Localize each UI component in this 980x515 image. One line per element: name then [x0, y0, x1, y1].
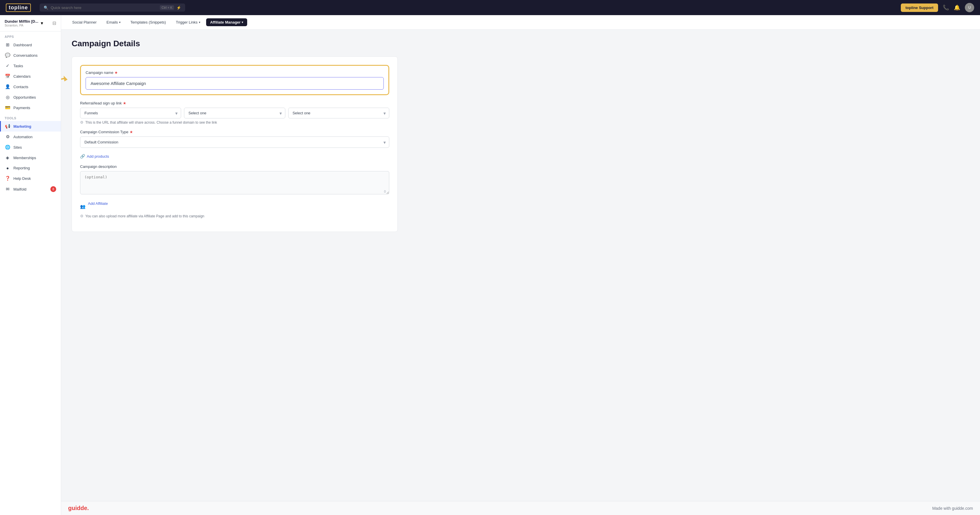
sidebar-item-label: Opportunities [13, 95, 36, 100]
referral-helper-text: ⚙ This is the URL that affiliate will sh… [80, 120, 389, 125]
subnav-emails[interactable]: Emails ▾ [102, 18, 125, 26]
sidebar-item-label: Mailfold [13, 187, 27, 192]
workspace-location: Scranton, PA [5, 24, 38, 27]
sidebar-item-automation[interactable]: ⚙ Automation [0, 132, 61, 142]
campaign-name-label: Campaign name ★ [86, 70, 384, 75]
info-icon: ⚙ [80, 120, 84, 125]
sidebar-item-contacts[interactable]: 👤 Contacts [0, 81, 61, 92]
memberships-icon: ◈ [5, 155, 11, 160]
select-one-2[interactable]: Select one [288, 108, 389, 119]
sidebar-item-label: Tasks [13, 64, 23, 68]
sidebar-item-conversations[interactable]: 💬 Conversations [0, 50, 61, 60]
subnav-affiliate-manager[interactable]: Affiliate Manager ▾ [206, 18, 248, 26]
footer-bar: guidde. Made with guidde.com [61, 501, 980, 515]
sidebar-item-opportunities[interactable]: ◎ Opportunities [0, 92, 61, 102]
referral-selects-row: Funnels Select one Select one [80, 108, 389, 119]
funnel-select-wrapper: Funnels [80, 108, 181, 119]
opportunities-icon: ◎ [5, 95, 11, 100]
contacts-icon: 👤 [5, 84, 11, 89]
workspace-chevron-icon[interactable]: ▾ [41, 21, 43, 26]
search-icon: 🔍 [44, 6, 48, 10]
sidebar-item-label: Reporting [13, 166, 30, 170]
search-bar[interactable]: 🔍 Ctrl + K ⚡ [40, 3, 185, 12]
sidebar-item-memberships[interactable]: ◈ Memberships [0, 152, 61, 163]
sidebar-item-tasks[interactable]: ✓ Tasks [0, 60, 61, 71]
main-layout: Dunder Mifflin [D... Scranton, PA ▾ ⊟ Ap… [0, 15, 980, 515]
select-one-1[interactable]: Select one [184, 108, 285, 119]
chevron-down-icon: ▾ [119, 21, 121, 24]
sidebar-item-label: Dashboard [13, 43, 32, 47]
subnav-label: Social Planner [72, 20, 97, 24]
sidebar-item-label: Payments [13, 106, 30, 110]
workspace-name: Dunder Mifflin [D... [5, 19, 38, 24]
sidebar-item-sites[interactable]: 🌐 Sites [0, 142, 61, 152]
tasks-icon: ✓ [5, 63, 11, 68]
footer-tagline: Made with guidde.com [932, 506, 973, 511]
sidebar-item-mailfold[interactable]: ✉ Mailfold 8 [0, 184, 61, 195]
subnav-trigger-links[interactable]: Trigger Links ▾ [172, 18, 204, 26]
user-avatar[interactable]: U [965, 3, 974, 12]
sidebar: Dunder Mifflin [D... Scranton, PA ▾ ⊟ Ap… [0, 15, 61, 515]
sidebar-item-label: Marketing [13, 124, 31, 128]
mailfold-badge: 8 [50, 186, 56, 192]
top-navigation: topline 🔍 Ctrl + K ⚡ topline Support 📞 🔔… [0, 0, 980, 15]
add-products-icon: 🔗 [80, 154, 85, 158]
description-textarea[interactable] [80, 171, 389, 194]
commission-type-label: Campaign Commission Type ★ [80, 130, 389, 134]
funnel-select[interactable]: Funnels [80, 108, 181, 119]
sidebar-item-calendars[interactable]: 📅 Calendars [0, 71, 61, 81]
sidebar-item-label: Contacts [13, 85, 28, 89]
select-one-1-wrapper: Select one [184, 108, 285, 119]
add-affiliate-button[interactable]: Add Affiliate [88, 201, 108, 206]
chevron-down-icon: ▾ [242, 21, 243, 24]
tools-section-label: Tools [0, 113, 61, 121]
phone-icon[interactable]: 📞 [943, 4, 949, 11]
payments-icon: 💳 [5, 105, 11, 110]
bell-icon[interactable]: 🔔 [954, 4, 960, 11]
sites-icon: 🌐 [5, 144, 11, 150]
page-title: Campaign Details [72, 39, 969, 48]
sidebar-item-label: Conversations [13, 53, 38, 58]
required-indicator: ★ [130, 130, 133, 134]
sidebar-item-payments[interactable]: 💳 Payments [0, 102, 61, 113]
sidebar-item-dashboard[interactable]: ⊞ Dashboard [0, 40, 61, 50]
select-one-2-wrapper: Select one [288, 108, 389, 119]
sidebar-toggle-icon[interactable]: ⊟ [52, 21, 56, 26]
sidebar-item-reporting[interactable]: ● Reporting [0, 163, 61, 173]
description-section: Campaign description 0 [80, 165, 389, 195]
support-button[interactable]: topline Support [901, 3, 938, 12]
sidebar-item-helpdesk[interactable]: ❓ Help Desk [0, 173, 61, 184]
subnav-label: Emails [107, 20, 118, 24]
description-textarea-wrapper: 0 [80, 171, 389, 195]
subnav-templates[interactable]: Templates (Snippets) [126, 18, 170, 26]
subnav-social-planner[interactable]: Social Planner [68, 18, 101, 26]
sidebar-item-label: Memberships [13, 156, 36, 160]
dashboard-icon: ⊞ [5, 42, 11, 48]
sub-navigation: Social Planner Emails ▾ Templates (Snipp… [61, 15, 980, 30]
sidebar-item-marketing[interactable]: 📢 Marketing [0, 121, 61, 132]
content-area: Campaign Details Campaign name ★ [61, 30, 980, 501]
sidebar-item-label: Calendars [13, 74, 30, 79]
guidde-logo: guidde. [68, 505, 89, 512]
add-affiliate-row: 👥 Add Affiliate [80, 201, 389, 212]
content-wrapper: Social Planner Emails ▾ Templates (Snipp… [61, 15, 980, 515]
add-affiliate-icon: 👥 [80, 204, 86, 209]
campaign-name-input[interactable] [86, 77, 384, 90]
commission-type-section: Campaign Commission Type ★ Default Commi… [80, 130, 389, 148]
add-products-button[interactable]: 🔗 Add products [80, 154, 109, 158]
char-count: 0 [384, 190, 386, 193]
required-indicator: ★ [115, 70, 118, 75]
app-logo: topline [6, 3, 31, 12]
search-input[interactable] [51, 6, 158, 10]
subnav-label: Affiliate Manager [210, 20, 241, 24]
subnav-label: Templates (Snippets) [130, 20, 166, 24]
affiliate-helper-text: ⚙ You can also upload more affiliate via… [80, 214, 389, 218]
nav-right: topline Support 📞 🔔 U [901, 3, 974, 12]
description-label: Campaign description [80, 165, 389, 169]
mailfold-icon: ✉ [5, 187, 11, 192]
commission-type-select[interactable]: Default Commission [80, 136, 389, 148]
campaign-name-section: Campaign name ★ [80, 65, 389, 95]
referral-section: Referral/lead sign up link ★ Funnels Sel… [80, 101, 389, 125]
referral-label: Referral/lead sign up link ★ [80, 101, 389, 105]
arrow-annotation [61, 63, 75, 89]
